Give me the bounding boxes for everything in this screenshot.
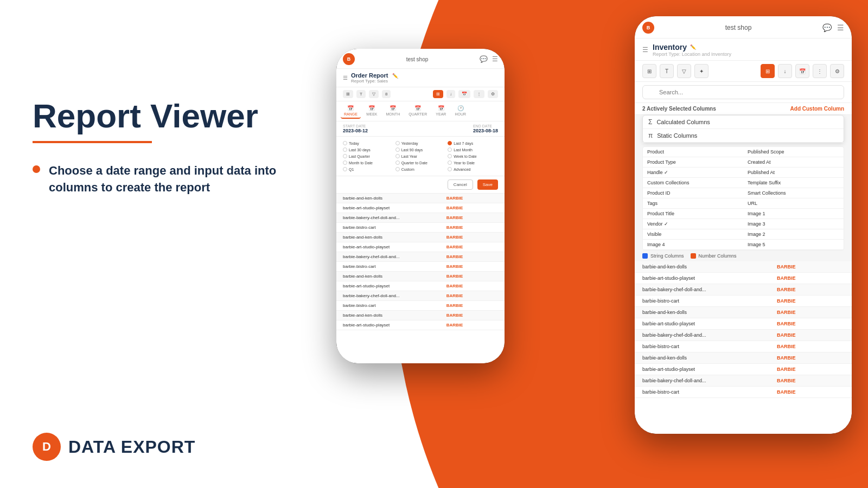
left-panel: Report Viewer Choose a date range and in… <box>0 0 336 488</box>
p1-tb-download-btn[interactable]: ↓ <box>446 90 455 98</box>
table-row: barbie-bistro-cart BARBIE <box>635 341 852 352</box>
col-image1[interactable]: Image 1 <box>743 209 844 219</box>
range-icon: 📅 <box>347 105 354 111</box>
radio-advanced[interactable]: Advanced <box>448 167 498 171</box>
menu-icon[interactable]: ☰ <box>492 55 498 63</box>
p1-header-icons: 💬 ☰ <box>480 55 498 63</box>
col-image3[interactable]: Image 3 <box>743 219 844 229</box>
table-row: barbie-and-ken-dolls BARBIE <box>336 194 505 203</box>
p2-tb-active-btn[interactable]: ⊞ <box>761 64 775 78</box>
radio-quartertodate[interactable]: Quarter to Date <box>395 160 446 165</box>
radio-weektodate[interactable]: Week to Date <box>448 154 498 158</box>
p1-radio-section: Today Yesterday Last 7 days Last 30 days… <box>336 137 505 176</box>
p1-tb-more-btn[interactable]: ⋮ <box>474 90 484 98</box>
search-wrapper: 🔍 <box>642 85 844 99</box>
p1-tab-week[interactable]: 📅 WEEK <box>363 104 381 119</box>
radio-last90[interactable]: Last 90 days <box>395 147 446 152</box>
col-image2[interactable]: Image 2 <box>743 229 844 240</box>
phone-2-screen: B test shop 💬 ☰ ☰ Inventory ✏️ <box>635 16 852 434</box>
col-product-title[interactable]: Product Title <box>643 209 743 219</box>
table-row: barbie-and-ken-dolls BARBIE <box>336 272 505 281</box>
radio-q1[interactable]: Q1 <box>343 167 393 171</box>
image5-label: Image 5 <box>748 242 765 247</box>
p2-handle-cell: barbie-bakery-chef-doll-and... <box>642 332 777 338</box>
p2-tb-download-btn[interactable]: ↓ <box>778 64 792 78</box>
col-product-type[interactable]: Product Type <box>643 157 743 168</box>
p1-menu-icon[interactable]: ☰ <box>343 75 348 81</box>
legend-number: Number Columns <box>691 253 737 259</box>
p2-tb-filter-btn[interactable]: ▽ <box>677 64 691 78</box>
col-tags[interactable]: Tags <box>643 198 743 209</box>
p1-tb-calendar-btn[interactable]: 📅 <box>458 90 470 98</box>
p1-cell-vendor: BARBIE <box>446 303 498 308</box>
col-image4[interactable]: Image 4 <box>643 240 743 250</box>
p2-menu-icon[interactable]: ☰ <box>837 23 844 32</box>
radio-circle-lastquarter <box>343 154 347 158</box>
cancel-button[interactable]: Cancel <box>448 179 473 190</box>
radio-last30[interactable]: Last 30 days <box>343 147 393 152</box>
p1-tab-year[interactable]: 📅 YEAR <box>432 104 449 119</box>
col-published-at[interactable]: Published At <box>743 168 844 178</box>
col-product[interactable]: Product <box>643 147 743 157</box>
p1-cell-handle: barbie-art-studio-playset <box>343 206 446 210</box>
p2-tb-text-btn[interactable]: T <box>660 64 674 78</box>
col-image5[interactable]: Image 5 <box>743 240 844 250</box>
radio-monthtodate[interactable]: Month to Date <box>343 160 393 165</box>
col-url[interactable]: URL <box>743 198 844 209</box>
radio-today[interactable]: Today <box>343 141 393 145</box>
chat-icon[interactable]: 💬 <box>480 55 488 63</box>
p1-tab-quarter[interactable]: 📅 QUARTER <box>405 104 430 119</box>
p1-cell-handle: barbie-bakery-chef-doll-and... <box>343 215 446 220</box>
product-title-label: Product Title <box>647 211 674 216</box>
static-columns-label: Static Columns <box>657 132 697 139</box>
save-button[interactable]: Save <box>477 179 498 190</box>
p1-tb-filter-btn[interactable]: ▽ <box>369 90 379 98</box>
p1-report-subtitle: Report Type: Sales <box>351 79 398 84</box>
start-date-label: START DATE <box>343 124 368 128</box>
col-smart-collections[interactable]: Smart Collections <box>743 188 844 198</box>
p2-tb-grid-btn[interactable]: ⊞ <box>642 64 656 78</box>
radio-custom[interactable]: Custom <box>395 167 446 171</box>
p1-tb-active-btn[interactable]: ⊞ <box>433 90 443 98</box>
radio-lastyear[interactable]: Last Year <box>395 154 446 158</box>
col-created-at[interactable]: Created At <box>743 157 844 168</box>
p2-tb-calendar-btn[interactable]: 📅 <box>795 64 809 78</box>
p1-tb-text-btn[interactable]: T <box>356 90 366 98</box>
p1-cell-vendor: BARBIE <box>446 254 498 259</box>
radio-last7[interactable]: Last 7 days <box>448 141 498 145</box>
p2-shop-name: test shop <box>725 24 752 31</box>
add-custom-column-button[interactable]: Add Custom Column <box>790 106 844 112</box>
p2-column-dropdown: Σ Calculated Columns π Static Columns <box>642 115 844 143</box>
col-template-suffix[interactable]: Template Suffix <box>743 178 844 188</box>
p2-tb-wand-btn[interactable]: ✦ <box>694 64 709 78</box>
radio-yesterday[interactable]: Yesterday <box>395 141 446 145</box>
month-icon: 📅 <box>390 105 396 111</box>
p2-chat-icon[interactable]: 💬 <box>822 23 832 32</box>
p1-tab-hour[interactable]: 🕐 HOUR <box>451 104 469 119</box>
search-input[interactable] <box>642 85 844 99</box>
p1-tab-month[interactable]: 📅 MONTH <box>383 104 404 119</box>
col-vendor[interactable]: Vendor ✓ <box>643 219 743 229</box>
p1-tab-range[interactable]: 📅 RANGE <box>341 104 361 119</box>
p2-edit-icon[interactable]: ✏️ <box>690 44 696 50</box>
radio-quartertodate-label: Quarter to Date <box>401 161 427 165</box>
p1-edit-icon[interactable]: ✏️ <box>392 73 398 79</box>
col-handle[interactable]: Handle ✓ <box>643 168 743 178</box>
radio-lastquarter[interactable]: Last Quarter <box>343 154 393 158</box>
p1-tb-grid-btn[interactable]: ⊞ <box>343 90 353 98</box>
p2-static-columns-option[interactable]: π Static Columns <box>643 129 844 143</box>
p2-tb-more-btn[interactable]: ⋮ <box>813 64 827 78</box>
p2-tb-settings-btn[interactable]: ⚙ <box>830 64 844 78</box>
col-visible[interactable]: Visible <box>643 229 743 240</box>
p2-calculated-columns-option[interactable]: Σ Calculated Columns <box>643 115 844 129</box>
col-product-id[interactable]: Product ID <box>643 188 743 198</box>
product-id-label: Product ID <box>647 190 671 196</box>
p1-tb-settings-btn[interactable]: ⚙ <box>488 90 498 98</box>
p2-nav-menu-icon[interactable]: ☰ <box>642 46 648 54</box>
radio-lastmonth[interactable]: Last Month <box>448 147 498 152</box>
p1-tb-col-btn[interactable]: 8 <box>382 90 391 98</box>
col-published-scope[interactable]: Published Scope <box>743 147 844 157</box>
col-custom-collections[interactable]: Custom Collections <box>643 178 743 188</box>
page-title: Report Viewer <box>33 98 304 134</box>
radio-yeartodate[interactable]: Year to Date <box>448 160 498 165</box>
